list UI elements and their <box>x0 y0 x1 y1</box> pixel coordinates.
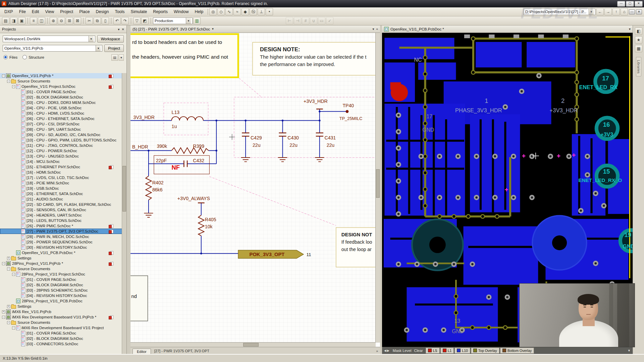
pcb-net-label[interactable]: ENET_LED_RX <box>579 84 618 90</box>
tree-item[interactable]: [18] - PCIE MINI.SchDoc <box>0 180 122 186</box>
workspace-combo[interactable]: Workspace1.DsnWrk ▼ <box>3 36 95 42</box>
junction-icon[interactable]: • <box>266 8 273 15</box>
tree-item[interactable]: [03] - CPU - DDR3, DDR3 MEM.SchDoc <box>0 100 122 105</box>
print-preview-icon[interactable]: ◫ <box>38 17 45 24</box>
wire-icon[interactable]: ∿ <box>225 8 233 15</box>
tree-item[interactable]: [02] - BLOCK DIAGRAM.SchDoc <box>0 336 122 341</box>
tree-item[interactable]: −OpenRex_V1I1.PrjPcb * <box>0 73 122 78</box>
tree-expander[interactable]: − <box>2 262 5 265</box>
layer-tab-l1[interactable]: L1 <box>440 348 454 354</box>
tree-item[interactable]: [02] - BLOCK DIAGRAM.SchDoc <box>0 282 122 288</box>
designator[interactable]: C430 <box>287 135 299 140</box>
tree-item[interactable]: [28] - PWR IN, MECH, DOC.SchDoc <box>0 234 122 239</box>
zoom-out-icon[interactable]: ⊖ <box>58 17 65 24</box>
zoom-in-icon[interactable]: ⊕ <box>50 17 57 24</box>
mask-level-icon[interactable]: ◩ <box>141 17 149 24</box>
room-icon[interactable]: ▭ <box>318 17 325 24</box>
favorites-icon[interactable]: ★ <box>635 36 642 44</box>
pcb-pad-number[interactable]: 17 <box>426 114 432 119</box>
layer-dropdown-icon[interactable]: ▼ <box>628 349 631 352</box>
menu-file[interactable]: File <box>16 8 29 15</box>
design-note-box[interactable]: DESIGN NOTE: The higher inductor value c… <box>253 42 376 75</box>
pcb-pin-number[interactable]: 2 <box>561 97 565 104</box>
layer-tab-top-overlay[interactable]: Top Overlay <box>471 348 499 354</box>
tree-item[interactable]: 28Pins_Project_V1I1_PCB.PcbDoc <box>0 298 122 304</box>
pcb-net-label[interactable]: GND <box>623 244 633 249</box>
tree-item[interactable]: [29] - POWER SEQUENCING.SchDoc <box>0 239 122 245</box>
align-icon[interactable]: ⊢ <box>286 17 293 24</box>
tree-item[interactable]: [21] - AUDIO.SchDoc <box>0 196 122 202</box>
tree-item[interactable]: −Source Documents <box>0 266 122 272</box>
project-button[interactable]: Project <box>104 45 124 52</box>
pcb-net-label[interactable]: +3V3_HDR <box>550 107 578 114</box>
tree-item[interactable]: [03] - CONNECTORS.SchDoc <box>0 341 122 347</box>
tree-item[interactable]: −iMX6 Rex Development Baseboard V1I1 Pro… <box>0 325 122 330</box>
pcb-label[interactable]: NC <box>414 57 422 63</box>
tree-item[interactable]: [05] - CPU - HDMI, LVDS.SchDoc <box>0 111 122 116</box>
redo-icon[interactable]: ↷ <box>121 17 129 24</box>
pcb-pad-number[interactable]: 16 <box>603 121 610 128</box>
pcb-net-label[interactable]: +3V3 <box>600 132 613 137</box>
value[interactable]: 1u <box>172 124 177 129</box>
tree-expander[interactable]: − <box>7 321 10 324</box>
tree-item[interactable]: +Settings <box>0 304 122 309</box>
tree-item[interactable]: [04] - CPU - PCIE, USB.SchDoc <box>0 105 122 111</box>
menu-simulate[interactable]: Simulate <box>128 8 150 15</box>
tree-expander[interactable]: + <box>7 257 10 260</box>
tree-item[interactable]: −iMX6 Rex Development Baseboard V1I1.Prj… <box>0 314 122 320</box>
tree-item[interactable]: [09] - CPU - SD, AUDIO, I2C, CAN.SchDoc <box>0 132 122 137</box>
tree-item[interactable]: [17] - LVDS, CSI, LCD, TSC.SchDoc <box>0 175 122 180</box>
power-label[interactable]: +3V3_HDR <box>304 99 328 104</box>
tree-expander[interactable]: − <box>12 326 15 329</box>
place-part-icon[interactable]: ◆ <box>241 8 249 15</box>
net-label[interactable]: B_HDR <box>132 144 148 149</box>
document-path-combo[interactable]: D:\Projects\OpenRex\V1I1\[27] - P ▼ <box>524 8 595 15</box>
horizontal-scrollbar[interactable] <box>130 342 376 347</box>
menu-design[interactable]: Design <box>93 8 112 15</box>
bus-icon[interactable]: ≈ <box>233 8 241 15</box>
workspace-button[interactable]: Workspace <box>97 35 124 43</box>
tree-scrollbar[interactable] <box>122 73 126 354</box>
pcb-pad-number[interactable]: 17 <box>602 75 609 82</box>
value[interactable]: 22u <box>327 142 334 148</box>
tree-item[interactable]: [07] - CPU - CSI, DISP.SchDoc <box>0 121 122 127</box>
panel-close-icon[interactable]: ✕ <box>122 27 124 31</box>
pcb-net-label[interactable]: ENET_LED_RX_O <box>578 177 622 183</box>
design-note2-box[interactable]: DESIGN NOT If feedback loo out the loop … <box>336 228 380 267</box>
tree-item[interactable]: [02] - BLOCK DIAGRAM.SchDoc <box>0 95 122 100</box>
tree-expander[interactable]: − <box>12 85 15 88</box>
distribute-icon[interactable]: ⊣ <box>294 17 301 24</box>
layer-tab-ls[interactable]: LS <box>426 348 440 354</box>
pcb-net-label[interactable]: PHASE_3V3_HDR <box>455 107 502 114</box>
open-document-icon[interactable]: ◨ <box>10 17 17 24</box>
tree-item[interactable]: [24] - HEADERS, UART.SchDoc <box>0 213 122 218</box>
value[interactable]: 10k <box>205 224 213 229</box>
hscroll-thumb[interactable] <box>243 343 259 347</box>
tree-item[interactable]: [13] - CPU - UNUSED.SchDoc <box>0 154 122 159</box>
doc-minimize-button[interactable]: — <box>629 9 635 14</box>
paste-icon[interactable]: ▯ <box>102 17 109 24</box>
tree-item[interactable]: [27] - PWR 1V375 OPT, 3V3 OPT.SchDoc <box>0 229 122 234</box>
designator[interactable]: R405 <box>205 217 216 222</box>
panel-view-icon[interactable]: ▤ <box>111 54 118 61</box>
production-book-icon[interactable]: ▥ <box>193 17 201 24</box>
zoom-area-icon[interactable]: ⊞ <box>66 17 73 24</box>
grid-icon[interactable]: # <box>302 17 309 24</box>
tree-item[interactable]: [08] - CPU - SPI, UART.SchDoc <box>0 127 122 132</box>
value[interactable]: 22u <box>253 142 260 148</box>
tree-item[interactable]: [11] - CPU - JTAG, CONTROL.SchDoc <box>0 143 122 148</box>
tab-list-icon[interactable]: ▾ <box>629 27 631 31</box>
project-combo[interactable]: OpenRex_V1I1.PrjPcb ▼ <box>3 45 102 52</box>
port-POK_3V3_OPT[interactable]: POK_3V3_OPT 11 <box>238 250 311 258</box>
tree-expander[interactable]: − <box>7 80 10 83</box>
tree-item[interactable]: OpenRex_V1I1_PCB.PcbDoc * <box>0 250 122 255</box>
designator[interactable]: R402 <box>152 180 164 185</box>
designator[interactable]: C429 <box>251 135 262 140</box>
pcb-net-label[interactable]: GND <box>422 127 434 133</box>
note-box-partial[interactable]: rd to board headers and can be used to t… <box>130 34 238 77</box>
tree-item[interactable]: −Source Documents <box>0 78 122 84</box>
up-icon[interactable]: ↑ <box>612 8 620 15</box>
save-icon[interactable]: ▣ <box>18 17 25 24</box>
pcb-pad-number[interactable]: 19 <box>625 231 631 238</box>
tree-item[interactable]: +iMX6 Rex_V1I1.PrjPcb <box>0 309 122 314</box>
